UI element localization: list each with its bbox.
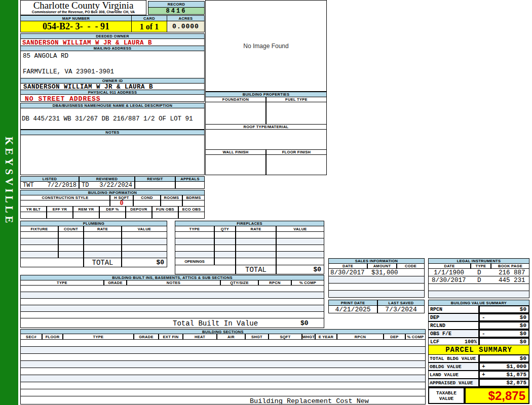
bvs-value: $0 [520, 306, 526, 312]
sections-row [20, 382, 426, 389]
bvs-op: - [482, 331, 485, 337]
builtins-total-value: $0 [300, 319, 309, 327]
legal-row: 8/30/2017 D 445 231 [428, 276, 529, 284]
taxable-value-row: TAXABLE VALUE $2,875 [428, 387, 529, 404]
sections-row [20, 353, 426, 361]
floor-finish-value [266, 154, 327, 175]
ps-value: $2,875 [506, 380, 526, 386]
taxable-value-label: TAXABLE VALUE [428, 387, 465, 404]
record-value: 8416 [148, 7, 205, 15]
depovr-value [126, 212, 152, 219]
owner-id-value: SANDERSON WILLIAM W JR & LAURA B [20, 83, 205, 90]
legal-description-value: DB 445/231 WB 31/267 DB 216/887 1/2 OF L… [21, 108, 204, 123]
legal-row [428, 284, 529, 291]
mailing-address-line1: 85 ANGOLA RD [21, 51, 204, 60]
bvs-row-dep: DEP - $0 [428, 313, 529, 321]
plumbing-total-spacer [20, 258, 84, 267]
effyr-value [47, 212, 73, 219]
legal-row: 1/1/1900 D 216 887 [428, 268, 529, 276]
sections-row [20, 389, 426, 396]
sections-row [20, 375, 426, 382]
dep-pct-value [99, 212, 126, 219]
last-saved-value: 7/3/2024 [377, 305, 425, 313]
bvs-row-obs: OBS F/E - $0 [428, 330, 529, 338]
district-name: KEYSVILLE [3, 137, 15, 226]
legal-date: 8/30/2017 [432, 277, 466, 284]
ecoobs-value [178, 212, 205, 219]
fireplaces-total-label: TOTAL [236, 265, 276, 274]
builtins-row [20, 285, 324, 292]
builtins-row [20, 305, 324, 312]
sale-amount: $31,000 [371, 269, 398, 276]
ps-label: LAND VALUE [428, 371, 479, 379]
replacement-cost-label: Building Replacement Cost New [250, 397, 369, 405]
legal-bookpage: 216 887 [499, 269, 525, 276]
sale-date: 8/30/2017 [330, 269, 365, 276]
sales-row [328, 276, 425, 284]
sections-footer-row: Building Replacement Cost New [20, 396, 426, 404]
fireplaces-row [175, 245, 324, 252]
ps-label: TOTAL BLDG VALUE [428, 354, 479, 362]
builtins-row [20, 292, 324, 299]
bvs-extra: 100% [465, 339, 477, 345]
parcel-summary-header: PARCEL SUMMARY [428, 345, 529, 355]
notes-box [20, 135, 205, 175]
yrblt-value [20, 212, 47, 219]
bvs-value: $0 [520, 322, 526, 329]
fireplaces-openings-label: OPENINGS [175, 258, 214, 265]
plumbing-total-value: $0 [122, 258, 167, 267]
ps-row-total-bldg: TOTAL BLDG VALUE $0 [428, 354, 529, 362]
physical-address-value: NO STREET ADDRESS [20, 94, 205, 102]
plumbing-total-label: TOTAL [84, 258, 122, 267]
county-title: Charlotte County Virginia [21, 1, 146, 10]
sections-row [20, 360, 426, 368]
appeals-cell [175, 181, 205, 189]
ps-row-land: LAND VALUE + $1,875 [428, 371, 529, 379]
plumbing-row [20, 231, 167, 238]
builtins-row [20, 311, 324, 318]
mailing-address-box: 85 ANGOLA RD FARMVILLE, VA 23901-3901 [20, 51, 205, 78]
sales-row [328, 283, 425, 291]
plumbing-row [20, 245, 167, 252]
county-title-box: Charlotte County Virginia Commissioner o… [20, 0, 146, 15]
bvs-row-rpcn: RPCN $0 [428, 305, 529, 313]
ps-value: $0 [520, 355, 526, 361]
building-value-summary-table: RPCN $0 DEP - $0 RCLND $0 O [428, 305, 529, 340]
bvs-label: RCLND [430, 323, 445, 329]
legal-type: D [477, 277, 481, 284]
bvs-value: $0 [520, 331, 526, 337]
acres-value: 0.0000 [167, 21, 205, 32]
district-sidebar: KEYSVILLE [0, 0, 18, 405]
ps-label: OBLDG VALUE [428, 362, 479, 371]
ps-row-appraised: APPRAISED VALUE $2,875 [428, 379, 529, 387]
reviewed-date: 3/22/2024 [99, 182, 132, 189]
legal-description-box: DB 445/231 WB 31/267 DB 216/887 1/2 OF L… [20, 108, 205, 130]
bvs-label: RPCN [430, 307, 442, 312]
bvs-op: - [482, 314, 485, 320]
mailing-address-line2: FARMVILLE, VA 23901-3901 [21, 60, 204, 75]
legal-bookpage: 445 231 [499, 277, 525, 284]
ps-op: + [482, 363, 485, 370]
plumbing-row [20, 238, 167, 245]
remyr-value [73, 212, 99, 219]
property-photo-placeholder: No Image Found [205, 0, 327, 92]
sales-row [328, 290, 425, 298]
fuel-type-value [266, 102, 327, 125]
taxable-value-amount: $2,875 [465, 387, 529, 404]
bvs-label: OBS F/E [430, 331, 451, 337]
ps-row-obldg: OBLDG VALUE + $1,000 [428, 362, 529, 371]
roof-value [205, 129, 327, 150]
wall-finish-value [205, 154, 266, 175]
revisit-cell [135, 181, 175, 189]
bvs-label: LCF [430, 339, 439, 345]
listed-date: 7/2/2018 [47, 182, 77, 189]
legal-type: D [477, 269, 481, 276]
parcel-summary-table: TOTAL BLDG VALUE $0 OBLDG VALUE + $1,000… [428, 354, 529, 388]
deeded-owner-value: SANDERSON WILLIAM W JR & LAURA B [20, 38, 205, 46]
map-number-value: 054-B2- 3- - - 91 [20, 21, 132, 32]
sections-row [20, 368, 426, 375]
bvs-label: DEP [430, 315, 439, 320]
sections-row [20, 339, 426, 347]
bvs-value: $0 [520, 339, 526, 345]
builtins-row [20, 298, 324, 305]
